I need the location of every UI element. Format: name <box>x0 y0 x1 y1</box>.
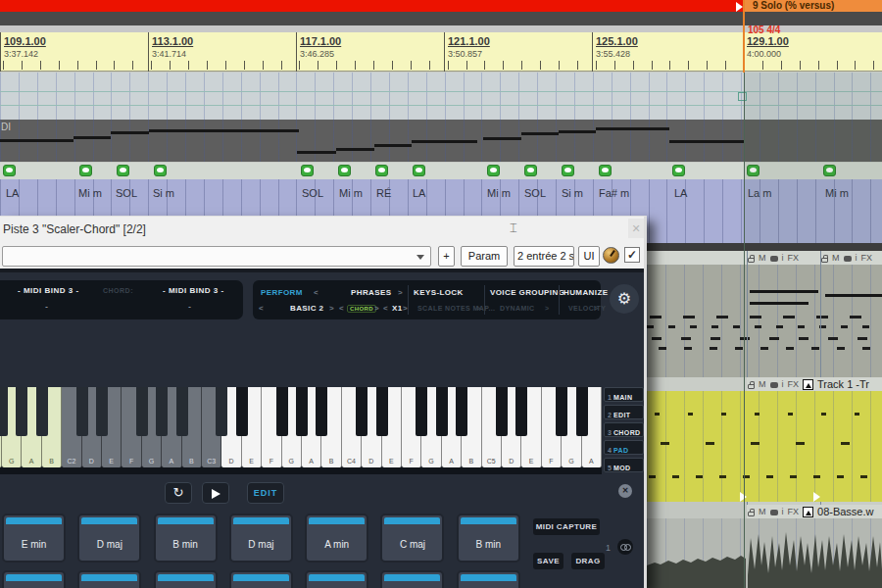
chord-event-label[interactable]: Si m <box>562 187 583 199</box>
midi-capture-button[interactable]: MIDI CAPTURE <box>533 518 600 535</box>
next-arrow[interactable]: > <box>374 304 379 313</box>
midi-note[interactable] <box>521 132 559 135</box>
chord-bubble-icon[interactable] <box>117 165 129 176</box>
tab-keys-lock[interactable]: KEYS-LOCK <box>414 288 464 297</box>
link-chain-icon[interactable] <box>617 539 633 555</box>
piano-black-key[interactable] <box>556 387 567 436</box>
lock-icon[interactable] <box>821 258 828 263</box>
chord-event-label[interactable]: Mi m <box>487 187 511 199</box>
lock-icon[interactable] <box>748 512 755 516</box>
perform-panel[interactable]: PERFORM < PHRASES > KEYS-LOCK VOICE GROU… <box>253 280 601 319</box>
piano-black-key[interactable] <box>176 387 188 436</box>
midi-note[interactable] <box>412 140 477 143</box>
chord-bubble-icon[interactable] <box>487 165 500 176</box>
cycle-marker-icon[interactable] <box>736 2 743 12</box>
midi-note[interactable] <box>596 127 669 130</box>
comment-icon[interactable] <box>770 256 778 262</box>
piano-black-key[interactable] <box>276 387 288 436</box>
chord-pad[interactable]: D maj <box>77 570 141 588</box>
fx-button[interactable]: FX <box>861 252 873 264</box>
audio-waveform-region[interactable] <box>647 518 882 588</box>
comment-icon[interactable] <box>770 382 778 388</box>
piano-black-key[interactable] <box>296 387 308 436</box>
plugin-titlebar[interactable]: Piste 3 "Scaler-Chord" [2/2] ⌶ ✕ <box>0 217 644 242</box>
chord-bubble-icon[interactable] <box>599 165 612 176</box>
piano-black-key[interactable] <box>96 387 108 436</box>
chord-pad[interactable]: E min <box>2 570 66 588</box>
info-button[interactable]: i <box>782 252 784 264</box>
piano-black-key[interactable] <box>36 387 48 436</box>
piano-black-key[interactable] <box>436 387 448 436</box>
scaler-page-tab[interactable]: 3CHORD <box>604 422 644 437</box>
fx-button[interactable]: FX <box>788 378 800 390</box>
chord-event-label[interactable]: LA <box>674 187 687 199</box>
chord-pad[interactable]: A maj <box>154 570 218 588</box>
preset-dropdown[interactable] <box>2 246 431 267</box>
chord-event-label[interactable]: Mi m <box>339 187 363 199</box>
settings-gear-icon[interactable]: ⚙ <box>610 284 639 314</box>
tab-perform[interactable]: PERFORM <box>261 288 303 297</box>
chord-event-label[interactable]: LA <box>6 187 19 199</box>
info-button[interactable]: i <box>782 378 784 390</box>
midi-note[interactable] <box>825 294 882 297</box>
scaler-page-tab[interactable]: 5MOD <box>604 458 644 472</box>
mute-button[interactable]: M <box>832 252 840 264</box>
pin-icon[interactable]: ⌶ <box>510 220 517 236</box>
param-button[interactable]: Param <box>461 246 508 267</box>
chord-bubble-icon[interactable] <box>524 165 537 176</box>
marker-solo-label[interactable]: 9 Solo (% versus) <box>745 0 882 12</box>
chord-bubble-icon[interactable] <box>301 165 314 176</box>
mute-button[interactable]: M <box>759 252 766 264</box>
next-arrow[interactable]: > <box>329 304 334 313</box>
chord-pad[interactable]: F#/Gb min <box>457 570 520 588</box>
chord-bubble-icon[interactable] <box>672 165 685 176</box>
chord-event-label[interactable]: Mi m <box>78 187 102 199</box>
chord-bubble-icon[interactable] <box>375 165 388 176</box>
chord-pad[interactable]: B min <box>380 570 444 588</box>
fx-button[interactable]: FX <box>788 506 800 517</box>
piano-black-key[interactable] <box>356 387 368 436</box>
chord-event-label[interactable]: Si m <box>153 187 174 199</box>
chord-pad[interactable]: B min <box>154 514 218 563</box>
scaler-page-tab[interactable]: 2EDIT <box>604 405 644 419</box>
midi-note[interactable] <box>74 136 111 139</box>
chord-pad[interactable]: G maj <box>305 570 368 588</box>
comment-icon[interactable] <box>844 256 852 262</box>
piano-keyboard[interactable]: GABC2DEFGABC3DEFGABC4DEFGABC5DEFGA <box>0 387 602 467</box>
piano-black-key[interactable] <box>376 387 388 436</box>
fx-button[interactable]: FX <box>788 252 800 264</box>
midi-note[interactable] <box>750 302 808 305</box>
plugin-active-checkbox[interactable]: ✓ <box>624 247 640 263</box>
info-button[interactable]: i <box>856 252 858 264</box>
add-preset-button[interactable]: + <box>438 246 455 267</box>
next-arrow[interactable]: > <box>403 304 408 313</box>
chord-event-label[interactable]: Fa# m <box>599 187 629 199</box>
piano-black-key[interactable] <box>236 387 248 436</box>
midi-note[interactable] <box>297 151 336 154</box>
midi-note[interactable] <box>111 131 149 134</box>
lock-icon[interactable] <box>748 384 755 389</box>
chord-bubble-icon[interactable] <box>3 165 16 176</box>
midi-clip-region-yellow[interactable] <box>647 391 882 502</box>
piano-black-key[interactable] <box>316 387 327 436</box>
chord-event-label[interactable]: SOL <box>116 187 137 199</box>
chord-pad[interactable]: B min <box>457 514 520 563</box>
chord-event-label[interactable]: RÉ <box>376 187 391 199</box>
timeline-ruler[interactable]: 109.1.00 3:37.142 113.1.00 3:41.714 117.… <box>0 32 882 72</box>
midi-note[interactable] <box>0 139 74 142</box>
chord-bubble-icon[interactable] <box>413 165 425 176</box>
chord-mode-badge[interactable]: CHORD <box>347 305 376 313</box>
chord-pad[interactable]: D maj <box>77 514 141 563</box>
midi-note[interactable] <box>559 130 596 133</box>
piano-black-key[interactable] <box>136 387 148 436</box>
edit-button[interactable]: EDIT <box>247 482 284 504</box>
midi-clip-region[interactable] <box>647 265 882 377</box>
chord-event-label[interactable]: LA <box>413 187 425 199</box>
midi-note[interactable] <box>750 290 818 293</box>
close-icon[interactable]: ✕ <box>628 219 644 238</box>
midi-note[interactable] <box>149 129 299 132</box>
chord-bubble-icon[interactable] <box>562 165 574 176</box>
piano-black-key[interactable] <box>216 387 227 436</box>
keyboard-scrollbar[interactable] <box>0 467 602 474</box>
clip-controls[interactable]: M i FX Track 1 -Tr <box>748 378 869 390</box>
